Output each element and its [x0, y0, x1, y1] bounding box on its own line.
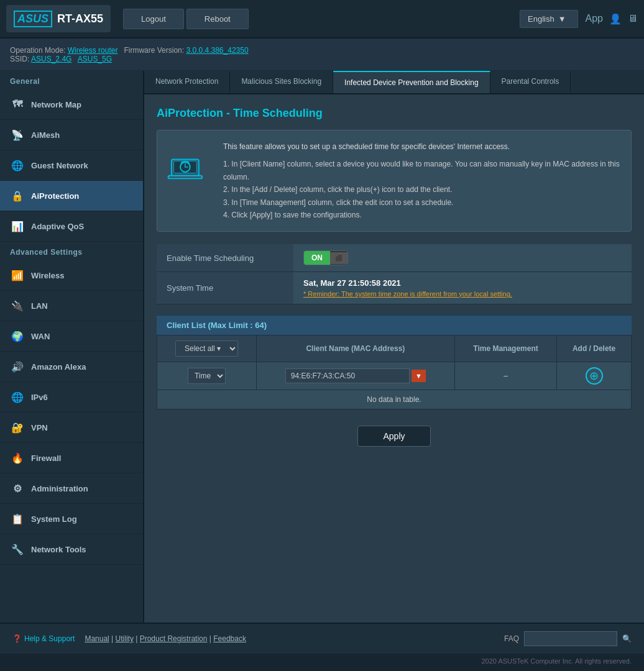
sidebar-label-amazon-alexa: Amazon Alexa: [31, 362, 86, 372]
adaptive-qos-icon: 📊: [10, 219, 25, 234]
ssid-5g-link[interactable]: ASUS_5G: [78, 55, 112, 63]
sidebar-item-lan[interactable]: 🔌 LAN: [0, 291, 143, 321]
sidebar-label-network-map: Network Map: [31, 100, 81, 109]
wan-icon: 🌍: [10, 329, 25, 344]
faq-search-input[interactable]: [524, 631, 617, 646]
reboot-button[interactable]: Reboot: [186, 9, 249, 29]
tab-parental-controls[interactable]: Parental Controls: [490, 71, 571, 93]
administration-icon: ⚙: [10, 481, 25, 496]
firmware-label: Firmware Version:: [124, 46, 184, 55]
system-time-row: System Time Sat, Mar 27 21:50:58 2021 * …: [157, 272, 632, 304]
sidebar-label-aimesh: AiMesh: [31, 130, 60, 140]
sidebar-item-adaptive-qos[interactable]: 📊 Adaptive QoS: [0, 211, 143, 242]
mac-cell: ▼: [256, 362, 454, 390]
subheader-info: Operation Mode: Wireless router Firmware…: [10, 46, 249, 63]
sidebar-label-guest-network: Guest Network: [31, 161, 88, 170]
sidebar-item-aimesh[interactable]: 📡 AiMesh: [0, 120, 143, 150]
info-intro: This feature allows you to set up a sche…: [223, 140, 621, 153]
sidebar-item-network-map[interactable]: 🗺 Network Map: [0, 89, 143, 120]
sidebar-item-ipv6[interactable]: 🌐 IPv6: [0, 382, 143, 413]
firmware-value[interactable]: 3.0.0.4.386_42350: [186, 46, 248, 55]
sidebar-item-wireless[interactable]: 📶 Wireless: [0, 260, 143, 291]
sidebar-label-aiprotection: AiProtection: [31, 191, 79, 201]
product-registration-link[interactable]: Product Registration: [140, 634, 208, 643]
feedback-link[interactable]: Feedback: [213, 634, 246, 643]
page-title: AiProtection - Time Scheduling: [157, 107, 632, 120]
sidebar-item-administration[interactable]: ⚙ Administration: [0, 473, 143, 504]
subheader: Operation Mode: Wireless router Firmware…: [0, 39, 644, 71]
user-icon[interactable]: 👤: [609, 13, 622, 25]
top-icons: App 👤 🖥: [586, 13, 638, 25]
svg-rect-2: [168, 176, 202, 178]
logo-area: ASUS RT-AX55: [6, 5, 111, 32]
mac-dropdown-button[interactable]: ▼: [412, 370, 426, 382]
sidebar-item-guest-network[interactable]: 🌐 Guest Network: [0, 150, 143, 181]
sidebar-item-vpn[interactable]: 🔐 VPN: [0, 413, 143, 443]
apply-button[interactable]: Apply: [357, 426, 430, 447]
sidebar-label-network-tools: Network Tools: [31, 545, 86, 554]
ssid-label: SSID:: [10, 55, 29, 63]
tabs: Network Protection Malicious Sites Block…: [144, 71, 644, 94]
lan-icon: 🔌: [10, 298, 25, 313]
sidebar-item-network-tools[interactable]: 🔧 Network Tools: [0, 534, 143, 565]
model-name: RT-AX55: [57, 12, 103, 25]
aimesh-icon: 📡: [10, 127, 25, 142]
language-selector[interactable]: English ▼: [520, 10, 578, 28]
system-log-icon: 📋: [10, 511, 25, 526]
sidebar-label-system-log: System Log: [31, 514, 77, 524]
step-1: 1. In [Client Name] column, select a dev…: [223, 158, 621, 183]
client-row-1: Time ▼ – ⊕: [157, 362, 632, 390]
clock-computer-icon: [167, 140, 211, 193]
time-reminder[interactable]: * Reminder: The system time zone is diff…: [303, 290, 622, 298]
app-label: App: [586, 13, 603, 24]
enable-label: Enable Time Scheduling: [157, 244, 293, 272]
language-label: English: [528, 14, 554, 24]
settings-form: Enable Time Scheduling ON ⬛ System Time …: [157, 244, 632, 304]
enable-toggle[interactable]: ON ⬛: [303, 250, 348, 265]
firewall-icon: 🔥: [10, 450, 25, 465]
time-mgmt-cell: –: [454, 362, 556, 390]
logout-button[interactable]: Logout: [123, 9, 184, 29]
sidebar-item-firewall[interactable]: 🔥 Firewall: [0, 443, 143, 473]
add-client-button[interactable]: ⊕: [586, 367, 603, 385]
tab-malicious-sites[interactable]: Malicious Sites Blocking: [230, 71, 333, 93]
tab-network-protection[interactable]: Network Protection: [144, 71, 230, 93]
utility-link[interactable]: Utility: [116, 634, 134, 643]
sidebar-label-lan: LAN: [31, 301, 48, 311]
svg-point-6: [185, 161, 186, 163]
mac-address-input[interactable]: [285, 368, 410, 383]
top-bar: ASUS RT-AX55 Logout Reboot English ▼ App…: [0, 0, 644, 39]
sidebar-label-ipv6: IPv6: [31, 393, 48, 402]
footer-links: Manual | Utility | Product Registration …: [85, 634, 246, 643]
sidebar-label-administration: Administration: [31, 484, 88, 493]
monitor-icon[interactable]: 🖥: [628, 13, 638, 24]
footer: ❓ Help & Support Manual | Utility | Prod…: [0, 623, 644, 654]
client-name-header: Client Name (MAC Address): [256, 336, 454, 362]
faq-search-icon[interactable]: 🔍: [622, 634, 632, 643]
info-box: This feature allows you to set up a sche…: [157, 130, 632, 232]
sidebar-item-wan[interactable]: 🌍 WAN: [0, 321, 143, 352]
select-all-dropdown[interactable]: Select all ▾: [175, 340, 238, 357]
time-cell: Time: [157, 362, 257, 390]
ssid-24-link[interactable]: ASUS_2.4G: [31, 55, 71, 63]
manual-link[interactable]: Manual: [85, 634, 109, 643]
step-2: 2. In the [Add / Delete] column, click t…: [223, 183, 621, 196]
sidebar-item-aiprotection[interactable]: 🔒 AiProtection: [0, 181, 143, 211]
sidebar-label-firewall: Firewall: [31, 454, 61, 463]
step-3: 3. In [Time Management] column, click th…: [223, 196, 621, 209]
system-time-value: Sat, Mar 27 21:50:58 2021 * Reminder: Th…: [293, 272, 632, 304]
sidebar-item-amazon-alexa[interactable]: 🔊 Amazon Alexa: [0, 352, 143, 382]
time-select-dropdown[interactable]: Time: [188, 368, 226, 384]
step-4: 4. Click [Apply] to save the configurati…: [223, 209, 621, 221]
client-table: Select all ▾ Client Name (MAC Address) T…: [157, 335, 632, 409]
sidebar: General 🗺 Network Map 📡 AiMesh 🌐 Guest N…: [0, 71, 144, 623]
tab-infected-device[interactable]: Infected Device Prevention and Blocking: [333, 71, 490, 93]
guest-network-icon: 🌐: [10, 158, 25, 173]
help-support: ❓ Help & Support: [12, 634, 75, 643]
system-time-label: System Time: [157, 272, 293, 304]
time-mgmt-dash: –: [504, 372, 508, 380]
sidebar-label-wireless: Wireless: [31, 271, 64, 280]
add-delete-cell: ⊕: [557, 362, 632, 390]
sidebar-item-system-log[interactable]: 📋 System Log: [0, 504, 143, 534]
operation-mode-value[interactable]: Wireless router: [68, 46, 118, 55]
